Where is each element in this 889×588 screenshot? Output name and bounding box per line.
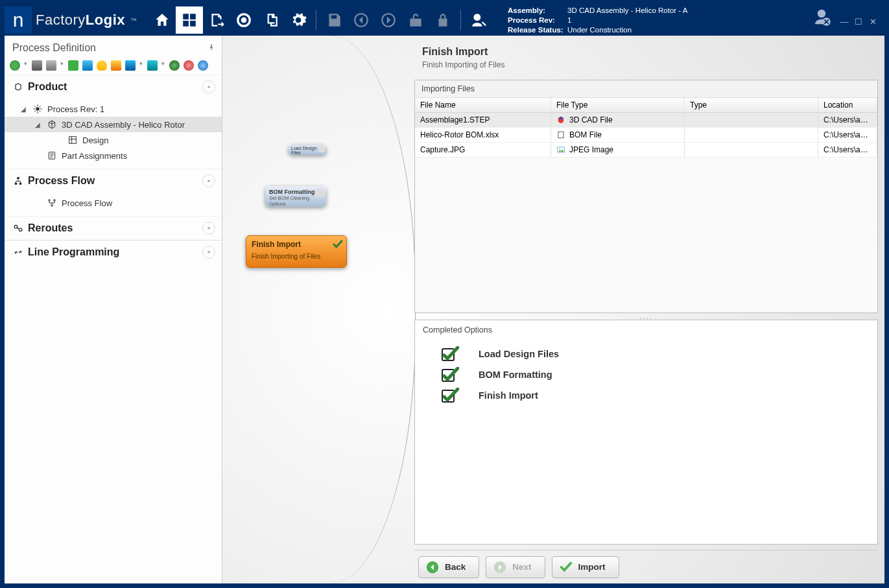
cad-file-icon: [556, 115, 565, 124]
svg-point-9: [49, 200, 51, 202]
check-icon: [441, 367, 459, 382]
col-file-type[interactable]: File Type: [551, 98, 685, 112]
section-product[interactable]: Product: [5, 75, 222, 99]
grid-button[interactable]: [176, 6, 203, 34]
tool-icon-8[interactable]: [147, 60, 158, 71]
pin-icon[interactable]: [207, 42, 215, 54]
brand-logo: n: [5, 6, 32, 34]
expand-icon[interactable]: [202, 246, 215, 259]
window-close[interactable]: ✕: [868, 16, 878, 27]
completed-title: Completed Options: [423, 325, 870, 335]
tree-node-assembly[interactable]: ◢ 3D CAD Assembly - Helico Rotor: [5, 117, 222, 132]
completed-item: Load Design Files: [423, 344, 870, 364]
home-button[interactable]: [148, 6, 176, 34]
svg-point-3: [36, 107, 39, 110]
trademark: ™: [130, 17, 137, 24]
back-nav-button[interactable]: [348, 6, 375, 34]
sidebar: Process Definition ▾ ▾ ▾ ▾: [5, 36, 222, 583]
image-file-icon: [556, 145, 565, 154]
add-icon[interactable]: [10, 60, 20, 71]
svg-point-17: [559, 148, 560, 150]
toolbar-separator-2: [460, 10, 461, 30]
collapse-icon[interactable]: [202, 174, 215, 187]
sidebar-title: Process Definition: [5, 36, 222, 58]
tool-icon-6[interactable]: [111, 60, 121, 71]
unlock-button[interactable]: [402, 6, 429, 34]
tool-icon-11[interactable]: [198, 60, 208, 71]
toolbar-separator: [316, 10, 316, 30]
import-button[interactable]: Import: [552, 556, 619, 578]
next-button[interactable]: Next: [486, 556, 545, 578]
svg-rect-15: [559, 132, 563, 137]
completed-options-panel: Completed Options Load Design Files BOM …: [414, 320, 878, 545]
tool-icon-2[interactable]: [46, 60, 56, 71]
tree-node-process-flow[interactable]: Process Flow: [5, 195, 222, 211]
splitter[interactable]: [414, 313, 878, 320]
detail-header: Finish Import Finish Importing of Files: [414, 38, 878, 76]
tool-icon-4[interactable]: [82, 60, 93, 71]
collapse-icon[interactable]: [202, 80, 215, 93]
section-process-flow[interactable]: Process Flow: [5, 169, 222, 193]
table-row[interactable]: Capture.JPG JPEG Image C:\Users\ahu...: [415, 143, 877, 158]
brand-text: FactoryLogix: [36, 12, 125, 29]
forward-nav-button[interactable]: [375, 6, 402, 34]
tree-node-part-assignments[interactable]: Part Assignments: [5, 148, 222, 163]
svg-rect-6: [17, 177, 19, 179]
svg-point-11: [51, 205, 53, 207]
tree-node-design[interactable]: Design: [5, 132, 222, 148]
check-icon: [441, 346, 459, 362]
col-location[interactable]: Location: [818, 98, 877, 112]
header-info: Assembly:3D CAD Assembly - Helico Rotor …: [508, 6, 687, 35]
wizard-step-load-design-files[interactable]: Load Design Files: [289, 145, 326, 155]
grid-header-row: File Name File Type Type Location: [415, 98, 877, 113]
importing-files-grid: Importing Files File Name File Type Type…: [414, 80, 878, 313]
completed-item: Finish Import: [423, 385, 870, 406]
search-user-button[interactable]: [465, 6, 492, 34]
svg-rect-12: [318, 146, 325, 152]
svg-rect-7: [15, 183, 18, 185]
sidebar-mini-toolbar: ▾ ▾ ▾ ▾: [5, 58, 222, 75]
tool-icon-5[interactable]: [97, 60, 107, 71]
detail-title: Finish Import: [422, 46, 870, 58]
wizard-step-finish-import[interactable]: Finish Import Finish Importing of Files: [246, 235, 347, 268]
section-reroutes[interactable]: Reroutes: [5, 216, 222, 240]
wizard-step-bom-formatting[interactable]: BOM Formatting Set BOM Cleaning Options: [265, 186, 326, 207]
section-line-programming[interactable]: Line Programming: [5, 240, 222, 264]
export-button[interactable]: [203, 6, 230, 34]
tree-node-procrev[interactable]: ◢ Process Rev: 1: [5, 101, 222, 117]
copy-button[interactable]: [257, 6, 285, 34]
tool-icon-3[interactable]: [68, 60, 78, 71]
user-icon[interactable]: [812, 7, 831, 29]
wizard-curve-panel: Load Design Files BOM Formatting Set BOM…: [222, 36, 414, 583]
save-button[interactable]: [320, 6, 348, 34]
main-pane: Load Design Files BOM Formatting Set BOM…: [222, 36, 884, 583]
tool-icon-7[interactable]: [125, 60, 136, 71]
expand-icon[interactable]: [202, 222, 215, 235]
lock-button[interactable]: [429, 6, 456, 34]
titlebar: n FactoryLogix™ Assembly:3D CAD Assembly…: [5, 5, 884, 36]
check-icon: [332, 239, 344, 250]
detail-pane: Finish Import Finish Importing of Files …: [414, 38, 878, 545]
col-file-name[interactable]: File Name: [415, 98, 551, 112]
gear-button[interactable]: [285, 6, 312, 34]
target-button[interactable]: [230, 6, 257, 34]
svg-point-10: [54, 200, 56, 202]
bom-file-icon: [556, 130, 565, 139]
window-minimize[interactable]: —: [839, 16, 849, 27]
completed-item: BOM Formatting: [423, 364, 870, 385]
tool-icon-10[interactable]: [184, 60, 194, 71]
table-row[interactable]: Helico-Rotor BOM.xlsx BOM File C:\Users\…: [415, 128, 877, 143]
tool-icon-1[interactable]: [32, 60, 42, 71]
col-type[interactable]: Type: [685, 98, 818, 112]
back-button[interactable]: Back: [418, 556, 479, 578]
check-icon: [441, 388, 459, 403]
svg-rect-13: [315, 189, 324, 197]
window-restore[interactable]: ☐: [853, 16, 864, 27]
svg-rect-4: [69, 137, 77, 144]
table-row[interactable]: Assemblage1.STEP 3D CAD File C:\Users\ah…: [415, 113, 877, 128]
grid-title: Importing Files: [415, 80, 877, 98]
tool-icon-9[interactable]: [169, 60, 180, 71]
detail-subtitle: Finish Importing of Files: [422, 60, 870, 69]
button-bar: Back Next Import: [414, 550, 878, 578]
svg-rect-8: [19, 183, 22, 185]
